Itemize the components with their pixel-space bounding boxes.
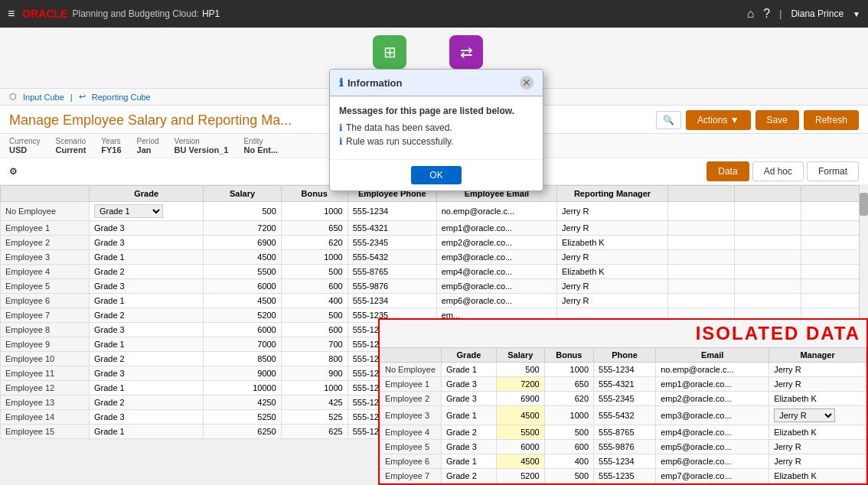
info-icon: ℹ [339, 76, 343, 89]
dialog-footer: OK [330, 159, 543, 190]
msg1-icon: ℹ [339, 122, 343, 133]
ok-button[interactable]: OK [411, 166, 461, 184]
dialog-subtitle: Messages for this page are listed below. [339, 106, 534, 116]
dialog-body: Messages for this page are listed below.… [330, 96, 543, 159]
information-dialog: ℹ Information ✕ Messages for this page a… [329, 69, 543, 191]
dialog-header: ℹ Information ✕ [330, 70, 543, 96]
dialog-message-1: ℹ The data has been saved. [339, 122, 534, 133]
dialog-overlay: ℹ Information ✕ Messages for this page a… [0, 0, 868, 485]
dialog-message-2: ℹ Rule was run successfully. [339, 136, 534, 147]
msg2-icon: ℹ [339, 136, 343, 147]
dialog-title: ℹ Information [339, 76, 403, 89]
dialog-close-button[interactable]: ✕ [520, 76, 534, 90]
